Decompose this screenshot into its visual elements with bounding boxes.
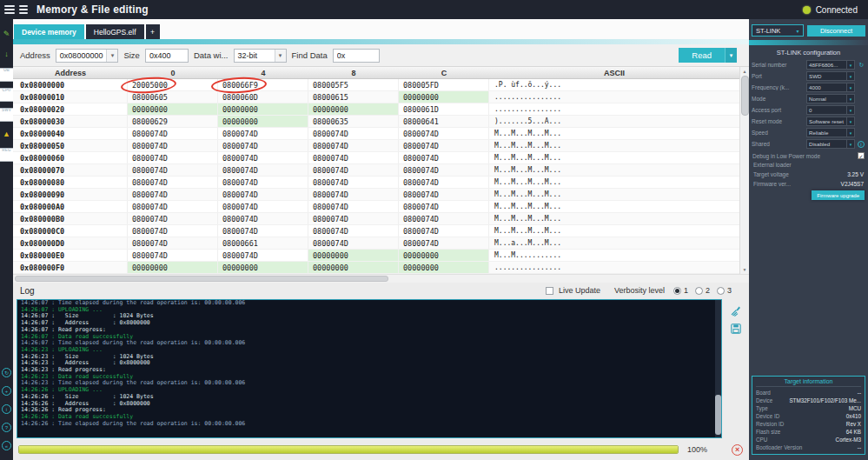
size-input[interactable] xyxy=(145,49,189,63)
memory-cell[interactable]: 00000000 xyxy=(128,262,218,273)
firmware-upgrade-button[interactable]: Firmware upgrade xyxy=(812,190,865,200)
help-icon[interactable]: ? xyxy=(2,423,11,432)
scroll-up-icon[interactable]: ▲ xyxy=(740,67,750,76)
memory-cell[interactable]: 0800074D xyxy=(218,213,308,224)
memory-cell[interactable]: 0800074D xyxy=(399,189,489,200)
external-loaders-icon[interactable]: + xyxy=(2,386,11,396)
memory-cell[interactable]: 0800074D xyxy=(218,177,308,188)
memory-cell[interactable]: 0800074D xyxy=(128,164,218,176)
memory-cell[interactable]: 00000000 xyxy=(399,250,489,261)
memory-cell[interactable]: 080066F9 xyxy=(218,79,308,90)
hscrollbar-thumb[interactable] xyxy=(15,276,388,282)
read-dropdown-arrow-icon[interactable]: ▾ xyxy=(725,48,737,63)
swv-icon[interactable]: SWV xyxy=(1,109,12,120)
memory-cell[interactable]: 0800074D xyxy=(218,140,308,151)
memory-cell[interactable]: 0800074D xyxy=(399,164,489,176)
cpu-core-icon[interactable]: CPU xyxy=(1,89,12,100)
memory-cell[interactable]: 20005000 xyxy=(128,79,218,90)
memory-cell[interactable]: 00000000 xyxy=(218,262,308,273)
memory-cell[interactable]: 0800074D xyxy=(128,152,218,163)
memory-cell[interactable]: 0800074D xyxy=(128,177,218,188)
memory-cell[interactable]: 0800074D xyxy=(218,164,308,176)
memory-cell[interactable]: 0800074D xyxy=(128,237,218,249)
memory-cell[interactable]: 0800074D xyxy=(128,201,218,212)
memory-cell[interactable]: 0800074D xyxy=(399,237,489,249)
memory-cell[interactable]: 00000000 xyxy=(218,116,308,127)
menu-icon[interactable] xyxy=(19,3,28,16)
refresh-icon[interactable]: ↻ xyxy=(858,62,865,69)
tab-file-hellogps[interactable]: HelloGPS.elf xyxy=(86,24,144,39)
console-scrollbar[interactable] xyxy=(715,300,721,437)
config-field-select[interactable]: SWD ▾ xyxy=(806,71,855,81)
console-scrollbar-thumb[interactable] xyxy=(715,395,721,435)
vertical-scrollbar[interactable]: ▲ ▼ xyxy=(739,67,749,274)
memory-cell[interactable]: 080005FD xyxy=(399,79,489,90)
memory-cell[interactable]: 00000000 xyxy=(399,91,489,103)
memory-cell[interactable]: 00000000 xyxy=(128,103,218,115)
config-field-select[interactable]: Software reset ▾ xyxy=(806,117,855,126)
memory-cell[interactable]: 08000661 xyxy=(218,237,308,249)
memory-cell[interactable]: 0800074D xyxy=(218,152,308,163)
probe-select[interactable]: ST-LINK ▾ xyxy=(752,24,804,37)
memory-cell[interactable]: 0800074D xyxy=(399,128,489,139)
collapse-sidebar-icon[interactable]: « xyxy=(2,441,11,450)
memory-cell[interactable]: 0800074D xyxy=(218,201,308,212)
memory-cell[interactable]: 0800074D xyxy=(399,177,489,188)
chevron-down-icon[interactable]: ▾ xyxy=(106,50,117,62)
about-icon[interactable]: i xyxy=(2,404,11,414)
config-field-select[interactable]: Normal ▾ xyxy=(806,94,855,103)
save-log-icon[interactable] xyxy=(731,323,741,334)
tab-add-file[interactable]: + xyxy=(146,24,160,39)
fault-analyzer-icon[interactable]: ▲ xyxy=(1,129,12,140)
memory-cell[interactable]: 08000641 xyxy=(399,116,489,127)
read-button[interactable]: Read ▾ xyxy=(679,48,737,63)
address-combobox[interactable]: 0x08000000 ▾ xyxy=(56,49,119,63)
chevron-down-icon[interactable]: ▾ xyxy=(846,72,854,80)
data-width-select[interactable]: 32-bit ▾ xyxy=(234,49,287,63)
memory-file-editing-icon[interactable]: ✎ xyxy=(1,29,12,40)
memory-cell[interactable]: 0800074D xyxy=(128,189,218,200)
option-bytes-icon[interactable]: OB xyxy=(1,69,12,80)
memory-cell[interactable]: 0800074D xyxy=(399,140,489,151)
memory-cell[interactable]: 0800074D xyxy=(308,164,399,176)
tab-device-memory[interactable]: Device memory xyxy=(14,24,84,39)
scroll-down-icon[interactable]: ▼ xyxy=(740,265,750,274)
memory-cell[interactable]: 0800074D xyxy=(218,189,308,200)
memory-cell[interactable]: 00000000 xyxy=(308,262,399,273)
config-field-select[interactable]: 4000 ▾ xyxy=(806,83,855,92)
memory-cell[interactable]: 08000605 xyxy=(128,91,218,103)
chevron-down-icon[interactable]: ▾ xyxy=(846,95,854,103)
chevron-down-icon[interactable]: ▾ xyxy=(846,129,854,137)
memory-cell[interactable]: 0800074D xyxy=(308,128,399,139)
radio-icon[interactable] xyxy=(695,287,703,295)
chevron-down-icon[interactable]: ▾ xyxy=(846,117,854,125)
find-data-input[interactable] xyxy=(333,49,380,63)
memory-cell[interactable]: 0800074D xyxy=(128,140,218,151)
memory-cell[interactable]: 0800060D xyxy=(218,91,308,103)
memory-cell[interactable]: 0800074D xyxy=(308,213,399,224)
config-field-select[interactable]: Disabled ▾ xyxy=(806,139,855,149)
memory-cell[interactable]: 0800074D xyxy=(218,225,308,237)
memory-cell[interactable]: 0800074D xyxy=(308,237,399,249)
memory-cell[interactable]: 0800074D xyxy=(308,189,399,200)
chevron-down-icon[interactable]: ▾ xyxy=(846,106,854,114)
memory-cell[interactable]: 0800074D xyxy=(399,201,489,212)
memory-cell[interactable]: 08000615 xyxy=(308,91,399,103)
config-field-select[interactable]: Reliable ▾ xyxy=(806,128,855,137)
register-viewer-icon[interactable]: REG xyxy=(1,149,12,160)
memory-cell[interactable]: 0800074D xyxy=(399,213,489,224)
live-update-checkbox[interactable] xyxy=(546,287,553,295)
memory-cell[interactable]: 080005F5 xyxy=(308,79,399,90)
memory-cell[interactable]: 00000000 xyxy=(399,262,489,273)
memory-cell[interactable]: 0800074D xyxy=(308,201,399,212)
chevron-down-icon[interactable]: ▾ xyxy=(846,83,854,91)
memory-cell[interactable]: 0800074D xyxy=(128,213,218,224)
verbosity-radio-1[interactable]: 1 xyxy=(673,286,688,295)
radio-icon[interactable] xyxy=(717,287,725,295)
memory-cell[interactable]: 08000635 xyxy=(308,116,399,127)
log-console[interactable]: 14:26:07 : Time elapsed during the read … xyxy=(17,299,722,438)
info-icon[interactable]: i xyxy=(858,141,865,148)
memory-cell[interactable]: 0800074D xyxy=(128,225,218,237)
config-field-select[interactable]: 48FF6806... ▾ xyxy=(806,60,855,70)
disconnect-button[interactable]: Disconnect xyxy=(807,25,865,37)
